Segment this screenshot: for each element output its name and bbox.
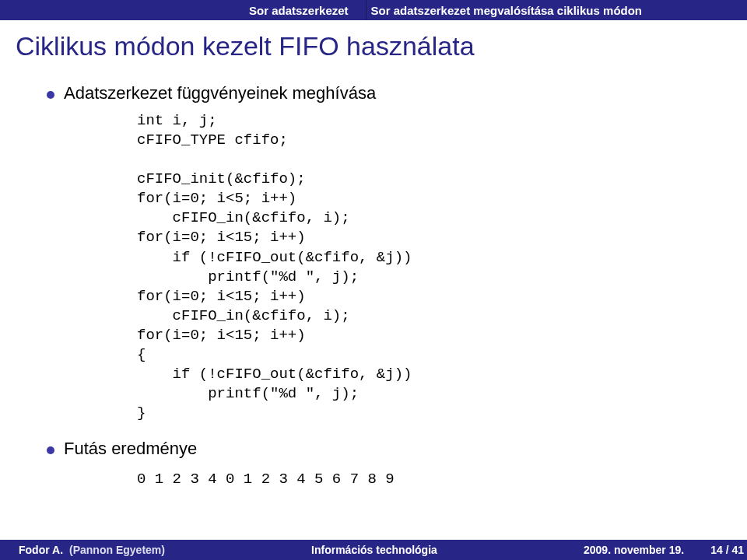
topbar-divider — [366, 0, 366, 20]
footer-title: Információs technológia — [168, 544, 580, 556]
bullet-text: Adatszerkezet függvényeinek meghívása — [64, 83, 376, 103]
topbar-subsection: Sor adatszerkezet megvalósítása ciklikus… — [366, 4, 642, 17]
code-block: int i, j; cFIFO_TYPE cfifo; cFIFO_init(&… — [137, 111, 747, 423]
slide-content: Adatszerkezet függvényeinek meghívása in… — [0, 61, 747, 489]
bullet-icon — [47, 91, 54, 99]
bullet-icon — [47, 446, 54, 454]
footer: Fodor A. (Pannon Egyetem) Információs te… — [0, 540, 747, 560]
bullet-row: Futás eredménye — [47, 439, 747, 459]
output-block: 0 1 2 3 4 0 1 2 3 4 5 6 7 8 9 — [137, 470, 747, 489]
footer-author: Fodor A. — [16, 544, 66, 556]
bullet-text: Futás eredménye — [64, 439, 197, 459]
topbar: Sor adatszerkezet Sor adatszerkezet megv… — [0, 0, 747, 20]
slide-title: Ciklikus módon kezelt FIFO használata — [16, 31, 747, 61]
bullet-row: Adatszerkezet függvényeinek meghívása — [47, 83, 747, 103]
footer-page: 14 / 41 — [707, 544, 747, 556]
footer-date: 2009. november 19. — [580, 544, 687, 556]
footer-institution: (Pannon Egyetem) — [66, 544, 168, 556]
topbar-section: Sor adatszerkezet — [249, 4, 366, 17]
